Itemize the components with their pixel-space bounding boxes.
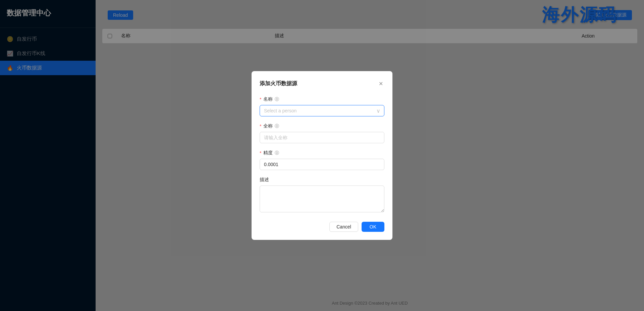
form-item-precision: * 精度 ⓪ <box>260 150 384 170</box>
help-icon-name: ⓪ <box>275 96 279 102</box>
modal-footer: Cancel OK <box>260 222 384 232</box>
label-text-fullname: 全称 <box>263 123 273 129</box>
select-wrapper-name: Select a person <box>260 105 384 116</box>
modal-dialog: 添加火币数据源 ✕ * 名称 ⓪ Select a person * 全称 ⓪ <box>252 71 392 240</box>
name-select[interactable]: Select a person <box>260 105 384 116</box>
required-star-precision: * <box>260 150 261 156</box>
form-item-description: 描述 <box>260 177 384 214</box>
help-icon-precision: ⓪ <box>275 150 279 156</box>
required-star-name: * <box>260 97 261 102</box>
form-item-name: * 名称 ⓪ Select a person <box>260 96 384 116</box>
form-label-fullname: * 全称 ⓪ <box>260 123 384 129</box>
modal-header: 添加火币数据源 ✕ <box>260 79 384 88</box>
required-star-fullname: * <box>260 123 261 129</box>
precision-input[interactable] <box>260 159 384 170</box>
cancel-button[interactable]: Cancel <box>329 222 358 232</box>
modal-overlay[interactable]: 添加火币数据源 ✕ * 名称 ⓪ Select a person * 全称 ⓪ <box>0 0 644 311</box>
label-text-description: 描述 <box>260 177 269 183</box>
form-label-description: 描述 <box>260 177 384 183</box>
fullname-input[interactable] <box>260 132 384 143</box>
help-icon-fullname: ⓪ <box>275 123 279 129</box>
description-textarea[interactable] <box>260 186 384 212</box>
modal-close-button[interactable]: ✕ <box>377 79 384 88</box>
label-text-precision: 精度 <box>263 150 273 156</box>
ok-button[interactable]: OK <box>362 222 384 232</box>
label-text-name: 名称 <box>263 96 273 102</box>
modal-title: 添加火币数据源 <box>260 80 297 87</box>
form-item-fullname: * 全称 ⓪ <box>260 123 384 143</box>
form-label-name: * 名称 ⓪ <box>260 96 384 102</box>
form-label-precision: * 精度 ⓪ <box>260 150 384 156</box>
